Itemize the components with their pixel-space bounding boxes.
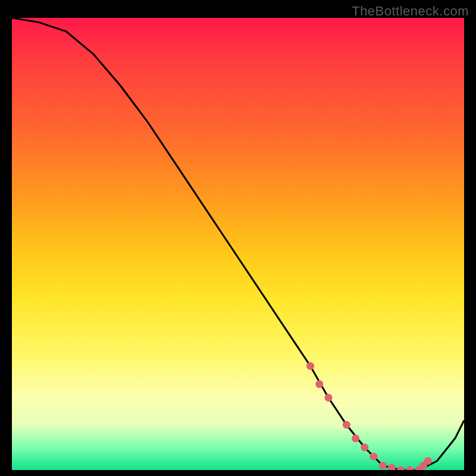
chart-stage: TheBottleneck.com bbox=[0, 0, 476, 476]
marker-dot bbox=[315, 380, 323, 388]
marker-dot bbox=[379, 462, 387, 469]
marker-dot bbox=[424, 457, 432, 465]
marker-dot bbox=[352, 434, 359, 442]
marker-dot bbox=[306, 362, 314, 370]
marker-dot bbox=[406, 466, 414, 471]
marker-dot bbox=[325, 394, 333, 402]
marker-dot bbox=[370, 453, 378, 461]
marker-dot bbox=[397, 466, 405, 471]
plot-area bbox=[12, 18, 464, 470]
curve-layer bbox=[12, 18, 464, 470]
watermark-label: TheBottleneck.com bbox=[352, 4, 469, 19]
marker-dot bbox=[343, 421, 350, 429]
marker-dot bbox=[388, 464, 396, 470]
bottleneck-curve bbox=[12, 18, 464, 470]
marker-dot bbox=[361, 444, 368, 452]
trough-markers bbox=[306, 362, 432, 470]
